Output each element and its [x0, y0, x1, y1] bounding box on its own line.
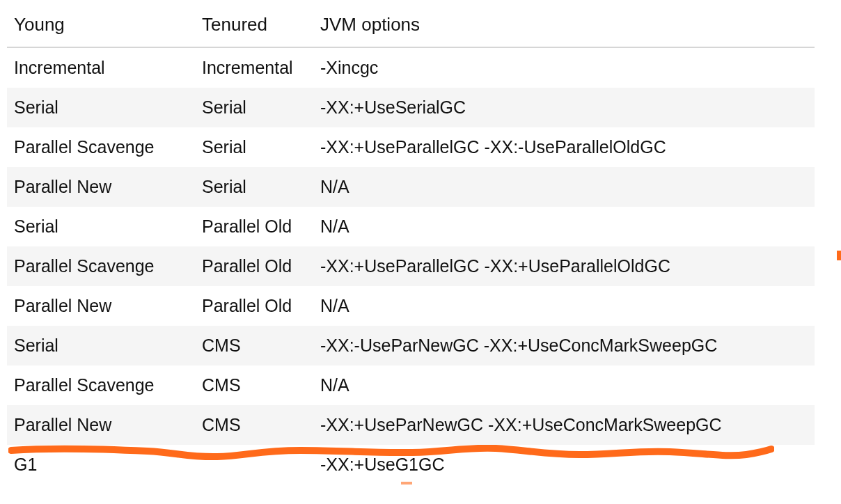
cell-tenured: CMS: [195, 365, 313, 405]
cell-young: Parallel New: [7, 405, 195, 445]
cell-opts: -XX:+UseParallelGC -XX:-UseParallelOldGC: [313, 127, 815, 167]
cell-opts: N/A: [313, 286, 815, 326]
cell-opts: -XX:+UseSerialGC: [313, 88, 815, 127]
cell-tenured: CMS: [195, 326, 313, 365]
cell-young: Serial: [7, 326, 195, 365]
col-header-young: Young: [7, 4, 195, 47]
cell-tenured: Serial: [195, 127, 313, 167]
cell-tenured: [195, 445, 313, 485]
cell-young: Parallel New: [7, 167, 195, 207]
table-row: Serial Serial -XX:+UseSerialGC: [7, 88, 815, 127]
table-row: Serial Parallel Old N/A: [7, 207, 815, 246]
edge-marker-icon: [837, 251, 841, 260]
table-row: G1 -XX:+UseG1GC: [7, 445, 815, 485]
cell-young: Parallel Scavenge: [7, 365, 195, 405]
cell-young: Serial: [7, 207, 195, 246]
cell-young: Incremental: [7, 47, 195, 88]
gc-combinations-table: Young Tenured JVM options Incremental In…: [7, 4, 815, 485]
cell-opts: N/A: [313, 167, 815, 207]
cell-young: G1: [7, 445, 195, 485]
cell-tenured: Parallel Old: [195, 246, 313, 286]
cell-opts: -XX:-UseParNewGC -XX:+UseConcMarkSweepGC: [313, 326, 815, 365]
table-row: Parallel New Serial N/A: [7, 167, 815, 207]
cell-opts: N/A: [313, 365, 815, 405]
table-row: Parallel New CMS -XX:+UseParNewGC -XX:+U…: [7, 405, 815, 445]
table-row: Serial CMS -XX:-UseParNewGC -XX:+UseConc…: [7, 326, 815, 365]
cell-opts: N/A: [313, 207, 815, 246]
table-row: Parallel New Parallel Old N/A: [7, 286, 815, 326]
page: Young Tenured JVM options Incremental In…: [0, 4, 841, 485]
cell-young: Parallel New: [7, 286, 195, 326]
cell-young: Parallel Scavenge: [7, 246, 195, 286]
cell-opts: -XX:+UseParallelGC -XX:+UseParallelOldGC: [313, 246, 815, 286]
cell-opts: -XX:+UseParNewGC -XX:+UseConcMarkSweepGC: [313, 405, 815, 445]
cell-opts: -XX:+UseG1GC: [313, 445, 815, 485]
cell-young: Serial: [7, 88, 195, 127]
table-header-row: Young Tenured JVM options: [7, 4, 815, 47]
col-header-jvm: JVM options: [313, 4, 815, 47]
bottom-marker-icon: [401, 482, 412, 485]
cell-tenured: Serial: [195, 167, 313, 207]
cell-young: Parallel Scavenge: [7, 127, 195, 167]
table-row: Parallel Scavenge Parallel Old -XX:+UseP…: [7, 246, 815, 286]
table-row: Parallel Scavenge Serial -XX:+UseParalle…: [7, 127, 815, 167]
cell-tenured: Serial: [195, 88, 313, 127]
table-row: Incremental Incremental -Xincgc: [7, 47, 815, 88]
table-row: Parallel Scavenge CMS N/A: [7, 365, 815, 405]
cell-tenured: Incremental: [195, 47, 313, 88]
cell-opts: -Xincgc: [313, 47, 815, 88]
cell-tenured: Parallel Old: [195, 286, 313, 326]
cell-tenured: Parallel Old: [195, 207, 313, 246]
col-header-tenured: Tenured: [195, 4, 313, 47]
cell-tenured: CMS: [195, 405, 313, 445]
